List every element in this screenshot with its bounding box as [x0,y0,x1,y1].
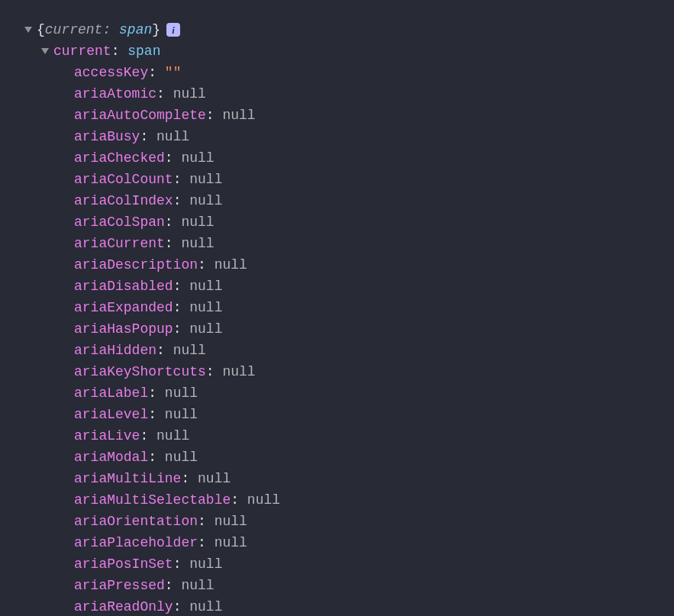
spacer [214,105,223,126]
property-value: null [189,190,222,211]
property-key: ariaModal [74,447,148,468]
property-key: ariaReadOnly [74,596,173,616]
tree-row-property[interactable]: ariaOrientation: null [24,511,674,532]
expand-arrow-icon[interactable] [41,48,49,54]
spacer [206,511,214,532]
property-value: null [165,447,198,468]
spacer [156,62,165,83]
property-value: null [165,382,198,404]
property-key: ariaDisabled [74,276,173,297]
property-key: ariaAutoComplete [74,105,206,126]
tree-row-property[interactable]: ariaLabel: null [24,382,674,404]
tree-row-property[interactable]: ariaChecked: null [24,147,674,169]
property-value: null [189,553,222,575]
property-value: null [165,404,198,425]
spacer [189,468,198,489]
property-key: ariaLabel [74,382,148,404]
spacer [181,318,189,340]
tree-row-property[interactable]: ariaHasPopup: null [24,318,674,340]
brace-open: { [37,19,45,40]
colon: : [206,361,214,382]
property-key: accessKey [74,62,148,83]
tree-row-property[interactable]: ariaAutoComplete: null [24,105,674,126]
root-preview-key: current [45,19,103,40]
property-key: ariaOrientation [74,511,198,532]
tree-row-current[interactable]: current: span [24,40,674,62]
spacer [165,83,173,105]
tree-row-property[interactable]: ariaMultiLine: null [24,468,674,489]
tree-row-property[interactable]: ariaDescription: null [24,254,674,276]
property-key: ariaHidden [74,340,156,361]
property-key: ariaBusy [74,126,140,147]
colon: : [140,126,148,147]
property-value: null [222,361,255,382]
info-icon[interactable]: i [166,23,180,37]
colon: : [198,532,206,553]
tree-row-property[interactable]: ariaAtomic: null [24,83,674,105]
spacer [156,404,165,425]
property-value: null [214,254,247,276]
property-value: null [189,318,222,340]
colon: : [181,468,189,489]
property-value: null [181,575,214,596]
tree-row-property[interactable]: ariaColCount: null [24,169,674,190]
colon: : [173,553,182,575]
root-preview-value: span [119,19,152,40]
spacer [181,276,189,297]
spacer [173,233,182,254]
property-value: span [127,40,160,62]
colon: : [173,169,182,190]
property-value: null [189,276,222,297]
tree-row-property[interactable]: ariaDisabled: null [24,276,674,297]
brace-close: } [152,19,160,40]
property-value: null [214,511,247,532]
spacer [206,254,214,276]
tree-row-property[interactable]: ariaPlaceholder: null [24,532,674,553]
tree-row-root[interactable]: {current: span}i [24,19,674,40]
property-value: null [189,596,222,616]
spacer [111,19,119,40]
property-key: ariaMultiLine [74,468,181,489]
property-key: ariaPosInSet [74,553,173,575]
colon: : [165,147,173,169]
property-key: ariaCurrent [74,233,165,254]
property-value: null [181,211,214,233]
tree-row-property[interactable]: ariaHidden: null [24,340,674,361]
tree-row-property[interactable]: ariaPressed: null [24,575,674,596]
spacer [148,126,156,147]
tree-row-property[interactable]: ariaLive: null [24,425,674,447]
tree-row-property[interactable]: ariaCurrent: null [24,233,674,254]
spacer [206,532,214,553]
tree-row-property[interactable]: ariaKeyShortcuts: null [24,361,674,382]
tree-row-property[interactable]: ariaPosInSet: null [24,553,674,575]
tree-row-property[interactable]: ariaModal: null [24,447,674,468]
colon: : [156,83,165,105]
property-value: null [222,105,255,126]
colon: : [173,297,182,318]
spacer [173,211,182,233]
tree-row-property[interactable]: ariaColSpan: null [24,211,674,233]
property-value: null [189,169,222,190]
spacer [119,40,127,62]
property-key: ariaColCount [74,169,173,190]
colon: : [173,596,182,616]
colon: : [231,489,239,511]
tree-row-property[interactable]: ariaBusy: null [24,126,674,147]
colon: : [206,105,214,126]
property-key: ariaChecked [74,147,165,169]
spacer [165,340,173,361]
tree-row-property[interactable]: ariaColIndex: null [24,190,674,211]
spacer [148,425,156,447]
property-key: ariaHasPopup [74,318,173,340]
spacer [173,575,182,596]
property-key: current [53,40,111,62]
tree-row-property[interactable]: accessKey: "" [24,62,674,83]
tree-row-property[interactable]: ariaLevel: null [24,404,674,425]
spacer [181,169,189,190]
expand-arrow-icon[interactable] [24,27,32,33]
tree-row-property[interactable]: ariaExpanded: null [24,297,674,318]
property-value: null [173,340,206,361]
tree-row-property[interactable]: ariaMultiSelectable: null [24,489,674,511]
spacer [181,596,189,616]
tree-row-property[interactable]: ariaReadOnly: null [24,596,674,616]
